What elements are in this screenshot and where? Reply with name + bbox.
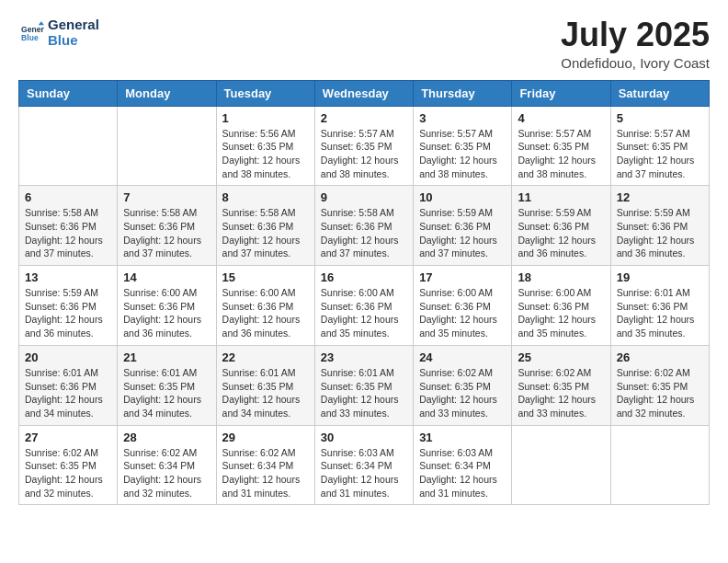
week-row-4: 20Sunrise: 6:01 AM Sunset: 6:36 PM Dayli… xyxy=(19,345,710,425)
day-number: 14 xyxy=(123,270,210,284)
day-number: 16 xyxy=(321,270,407,284)
title-block: July 2025 Ondefidouo, Ivory Coast xyxy=(561,17,710,71)
day-info: Sunrise: 6:01 AM Sunset: 6:36 PM Dayligh… xyxy=(617,286,703,340)
day-cell: 23Sunrise: 6:01 AM Sunset: 6:35 PM Dayli… xyxy=(314,345,413,425)
day-cell: 10Sunrise: 5:59 AM Sunset: 6:36 PM Dayli… xyxy=(414,186,512,266)
day-info: Sunrise: 5:59 AM Sunset: 6:36 PM Dayligh… xyxy=(617,206,703,260)
weekday-header-thursday: Thursday xyxy=(414,80,512,106)
weekday-header-wednesday: Wednesday xyxy=(314,80,413,106)
day-info: Sunrise: 6:02 AM Sunset: 6:35 PM Dayligh… xyxy=(518,366,604,420)
logo-blue: Blue xyxy=(48,32,99,48)
day-number: 8 xyxy=(222,190,309,204)
logo: General Blue General Blue xyxy=(18,17,99,49)
day-info: Sunrise: 6:00 AM Sunset: 6:36 PM Dayligh… xyxy=(123,286,210,340)
weekday-header-saturday: Saturday xyxy=(610,80,709,106)
header: General Blue General Blue July 2025 Onde… xyxy=(18,17,710,71)
day-number: 28 xyxy=(123,431,210,444)
day-info: Sunrise: 5:56 AM Sunset: 6:35 PM Dayligh… xyxy=(222,127,309,181)
day-number: 24 xyxy=(419,350,506,364)
day-info: Sunrise: 6:02 AM Sunset: 6:35 PM Dayligh… xyxy=(25,446,111,500)
day-cell: 21Sunrise: 6:01 AM Sunset: 6:35 PM Dayli… xyxy=(118,345,216,425)
day-cell: 2Sunrise: 5:57 AM Sunset: 6:35 PM Daylig… xyxy=(314,106,413,186)
day-info: Sunrise: 6:02 AM Sunset: 6:35 PM Dayligh… xyxy=(419,366,506,420)
week-row-5: 27Sunrise: 6:02 AM Sunset: 6:35 PM Dayli… xyxy=(19,425,710,505)
day-number: 5 xyxy=(617,111,703,125)
day-number: 13 xyxy=(25,270,111,284)
day-number: 27 xyxy=(25,431,111,444)
day-number: 26 xyxy=(617,350,703,364)
day-cell xyxy=(118,106,216,186)
day-cell xyxy=(512,425,610,505)
day-info: Sunrise: 6:02 AM Sunset: 6:34 PM Dayligh… xyxy=(123,446,210,500)
day-cell: 28Sunrise: 6:02 AM Sunset: 6:34 PM Dayli… xyxy=(118,425,216,505)
day-number: 25 xyxy=(518,350,604,364)
day-number: 6 xyxy=(25,190,111,204)
day-cell: 7Sunrise: 5:58 AM Sunset: 6:36 PM Daylig… xyxy=(118,186,216,266)
day-number: 10 xyxy=(419,190,506,204)
day-info: Sunrise: 5:58 AM Sunset: 6:36 PM Dayligh… xyxy=(25,206,111,260)
svg-text:Blue: Blue xyxy=(21,33,39,42)
week-row-3: 13Sunrise: 5:59 AM Sunset: 6:36 PM Dayli… xyxy=(19,266,710,346)
day-cell: 5Sunrise: 5:57 AM Sunset: 6:35 PM Daylig… xyxy=(610,106,709,186)
day-number: 29 xyxy=(222,431,309,444)
weekday-header-tuesday: Tuesday xyxy=(216,80,314,106)
weekday-header-monday: Monday xyxy=(118,80,216,106)
day-info: Sunrise: 5:57 AM Sunset: 6:35 PM Dayligh… xyxy=(617,127,703,181)
day-cell: 12Sunrise: 5:59 AM Sunset: 6:36 PM Dayli… xyxy=(610,186,709,266)
day-info: Sunrise: 5:57 AM Sunset: 6:35 PM Dayligh… xyxy=(419,127,506,181)
day-number: 31 xyxy=(419,431,506,444)
location: Ondefidouo, Ivory Coast xyxy=(561,55,710,71)
day-info: Sunrise: 5:58 AM Sunset: 6:36 PM Dayligh… xyxy=(321,206,407,260)
day-cell: 20Sunrise: 6:01 AM Sunset: 6:36 PM Dayli… xyxy=(19,345,118,425)
day-cell: 8Sunrise: 5:58 AM Sunset: 6:36 PM Daylig… xyxy=(216,186,314,266)
day-info: Sunrise: 6:01 AM Sunset: 6:35 PM Dayligh… xyxy=(222,366,309,420)
day-number: 17 xyxy=(419,270,506,284)
day-info: Sunrise: 6:00 AM Sunset: 6:36 PM Dayligh… xyxy=(222,286,309,340)
day-info: Sunrise: 6:02 AM Sunset: 6:34 PM Dayligh… xyxy=(222,446,309,500)
day-number: 1 xyxy=(222,111,309,125)
day-cell: 18Sunrise: 6:00 AM Sunset: 6:36 PM Dayli… xyxy=(512,266,610,346)
day-cell: 15Sunrise: 6:00 AM Sunset: 6:36 PM Dayli… xyxy=(216,266,314,346)
day-info: Sunrise: 6:03 AM Sunset: 6:34 PM Dayligh… xyxy=(419,446,506,500)
day-number: 4 xyxy=(518,111,604,125)
day-number: 9 xyxy=(321,190,407,204)
weekday-header-row: SundayMondayTuesdayWednesdayThursdayFrid… xyxy=(19,80,710,106)
day-info: Sunrise: 6:00 AM Sunset: 6:36 PM Dayligh… xyxy=(419,286,506,340)
day-number: 20 xyxy=(25,350,111,364)
day-number: 2 xyxy=(321,111,407,125)
day-cell: 24Sunrise: 6:02 AM Sunset: 6:35 PM Dayli… xyxy=(414,345,512,425)
day-cell: 14Sunrise: 6:00 AM Sunset: 6:36 PM Dayli… xyxy=(118,266,216,346)
logo-general: General xyxy=(48,17,99,32)
day-number: 15 xyxy=(222,270,309,284)
day-number: 21 xyxy=(123,350,210,364)
day-info: Sunrise: 6:01 AM Sunset: 6:36 PM Dayligh… xyxy=(25,366,111,420)
day-info: Sunrise: 6:01 AM Sunset: 6:35 PM Dayligh… xyxy=(123,366,210,420)
day-number: 23 xyxy=(321,350,407,364)
weekday-header-sunday: Sunday xyxy=(19,80,118,106)
day-info: Sunrise: 6:03 AM Sunset: 6:34 PM Dayligh… xyxy=(321,446,407,500)
day-info: Sunrise: 6:00 AM Sunset: 6:36 PM Dayligh… xyxy=(518,286,604,340)
day-cell: 31Sunrise: 6:03 AM Sunset: 6:34 PM Dayli… xyxy=(414,425,512,505)
day-cell: 11Sunrise: 5:59 AM Sunset: 6:36 PM Dayli… xyxy=(512,186,610,266)
day-info: Sunrise: 5:59 AM Sunset: 6:36 PM Dayligh… xyxy=(518,206,604,260)
day-info: Sunrise: 5:58 AM Sunset: 6:36 PM Dayligh… xyxy=(222,206,309,260)
day-cell: 9Sunrise: 5:58 AM Sunset: 6:36 PM Daylig… xyxy=(314,186,413,266)
day-cell: 17Sunrise: 6:00 AM Sunset: 6:36 PM Dayli… xyxy=(414,266,512,346)
day-cell: 30Sunrise: 6:03 AM Sunset: 6:34 PM Dayli… xyxy=(314,425,413,505)
logo-icon: General Blue xyxy=(18,19,44,45)
day-info: Sunrise: 5:59 AM Sunset: 6:36 PM Dayligh… xyxy=(419,206,506,260)
day-number: 3 xyxy=(419,111,506,125)
day-cell: 26Sunrise: 6:02 AM Sunset: 6:35 PM Dayli… xyxy=(610,345,709,425)
day-info: Sunrise: 5:57 AM Sunset: 6:35 PM Dayligh… xyxy=(518,127,604,181)
day-cell: 6Sunrise: 5:58 AM Sunset: 6:36 PM Daylig… xyxy=(19,186,118,266)
day-cell: 25Sunrise: 6:02 AM Sunset: 6:35 PM Dayli… xyxy=(512,345,610,425)
day-number: 12 xyxy=(617,190,703,204)
day-cell: 13Sunrise: 5:59 AM Sunset: 6:36 PM Dayli… xyxy=(19,266,118,346)
day-number: 30 xyxy=(321,431,407,444)
day-cell xyxy=(610,425,709,505)
day-number: 19 xyxy=(617,270,703,284)
day-info: Sunrise: 6:01 AM Sunset: 6:35 PM Dayligh… xyxy=(321,366,407,420)
week-row-2: 6Sunrise: 5:58 AM Sunset: 6:36 PM Daylig… xyxy=(19,186,710,266)
day-cell: 29Sunrise: 6:02 AM Sunset: 6:34 PM Dayli… xyxy=(216,425,314,505)
day-info: Sunrise: 5:58 AM Sunset: 6:36 PM Dayligh… xyxy=(123,206,210,260)
